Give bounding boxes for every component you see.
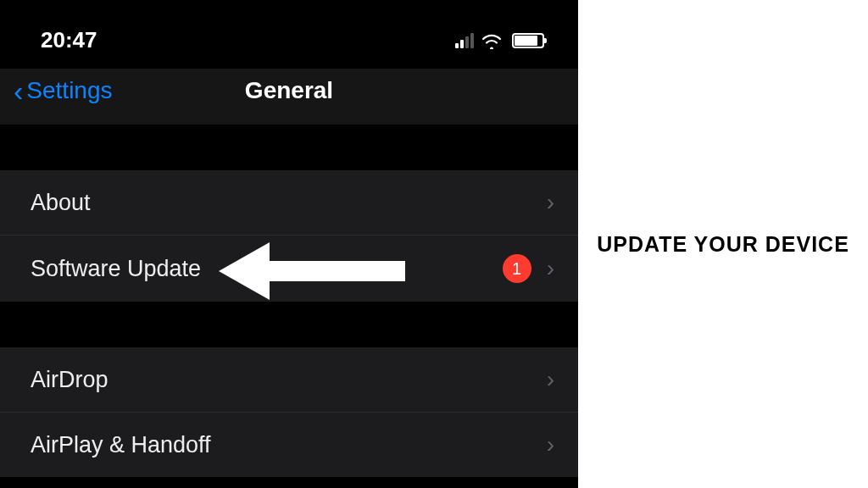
status-icons: [455, 32, 544, 49]
section-gap: [0, 125, 578, 170]
phone-screen: 20:47 ‹ Settings General: [0, 0, 578, 488]
caption-text: UPDATE YOUR DEVICE: [597, 232, 849, 257]
chevron-left-icon: ‹: [14, 76, 23, 105]
row-label: AirPlay & Handoff: [31, 432, 211, 458]
cellular-signal-icon: [455, 33, 474, 48]
back-button[interactable]: ‹ Settings: [14, 76, 113, 105]
status-bar: 20:47: [0, 0, 578, 69]
back-label: Settings: [26, 77, 112, 104]
notification-badge: 1: [503, 254, 531, 283]
section-gap: [0, 302, 578, 347]
row-airplay-handoff[interactable]: AirPlay & Handoff ›: [0, 413, 578, 477]
row-label: About: [31, 190, 91, 216]
row-software-update[interactable]: Software Update 1 ›: [0, 236, 578, 302]
chevron-right-icon: ›: [547, 255, 554, 282]
wifi-icon: [481, 32, 503, 49]
battery-icon: [512, 33, 544, 48]
section-2: AirDrop › AirPlay & Handoff ›: [0, 347, 578, 477]
nav-bar: ‹ Settings General: [0, 69, 578, 125]
chevron-right-icon: ›: [547, 189, 554, 216]
row-label: Software Update: [31, 256, 201, 282]
row-about[interactable]: About ›: [0, 170, 578, 236]
chevron-right-icon: ›: [547, 366, 554, 393]
status-time: 20:47: [41, 27, 97, 53]
caption-panel: UPDATE YOUR DEVICE: [578, 0, 868, 488]
chevron-right-icon: ›: [547, 431, 554, 458]
row-label: AirDrop: [31, 367, 108, 393]
row-airdrop[interactable]: AirDrop ›: [0, 347, 578, 413]
section-1: About › Software Update 1 ›: [0, 170, 578, 302]
